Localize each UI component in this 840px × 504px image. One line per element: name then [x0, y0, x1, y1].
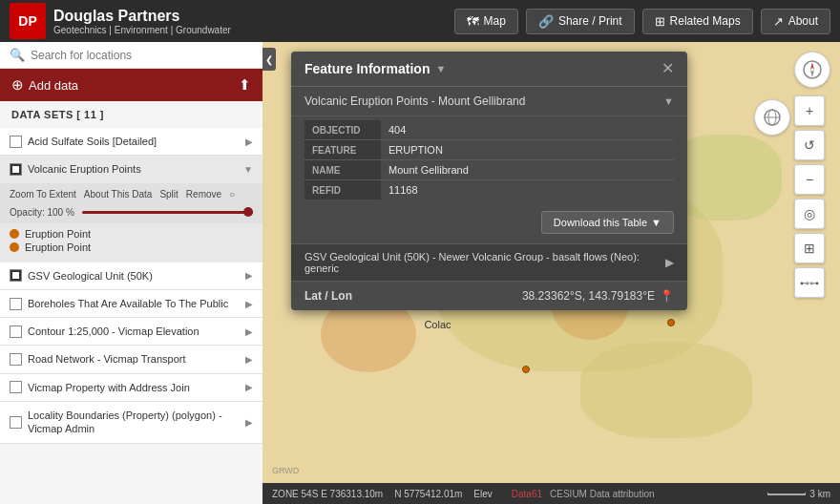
compass-button[interactable] — [794, 52, 830, 88]
sidebar: 🔍 ❮ ⊕ Add data ⬆ DATA SETS [ 11 ] Acid S… — [0, 42, 262, 504]
layer-item-gsv[interactable]: GSV Geological Unit (50K) ▶ — [0, 262, 262, 290]
search-input[interactable] — [31, 49, 253, 62]
layer-name-boreholes: Boreholes That Are Available To The Publ… — [28, 297, 240, 310]
layer-item-acid[interactable]: Acid Sulfate Soils [Detailed] ▶ — [0, 128, 262, 156]
search-bar: 🔍 — [0, 42, 262, 69]
layers-button[interactable]: ⊞ — [794, 233, 825, 263]
layer-item-volcanic[interactable]: Volcanic Eruption Points ▼ — [0, 156, 262, 183]
layer-expand-locality[interactable]: ▶ — [245, 417, 253, 428]
eruption-dot-7 — [667, 319, 675, 326]
company-subtitle: Geotechnics | Environment | Groundwater — [53, 25, 231, 35]
feature-title-arrow[interactable]: ▼ — [435, 63, 446, 74]
zoom-out-button[interactable]: − — [794, 164, 825, 195]
layer-checkbox-locality[interactable] — [10, 416, 22, 429]
layer-expand-volcanic[interactable]: ▼ — [243, 164, 253, 175]
zoom-reset-button[interactable]: ↺ — [794, 130, 825, 160]
download-table-button[interactable]: Download this Table ▼ — [541, 211, 674, 234]
table-row: NAME Mount Gellibrand — [304, 160, 674, 180]
map-icon: 🗺 — [467, 14, 479, 29]
layer-expand-gsv[interactable]: ▶ — [245, 270, 253, 281]
upload-icon[interactable]: ⬆ — [239, 76, 251, 94]
locate-button[interactable]: ◎ — [794, 199, 825, 229]
feature-panel-title: Feature Information — [304, 61, 430, 76]
field-val-2: Mount Gellibrand — [381, 160, 674, 180]
remove-btn[interactable]: Remove — [186, 189, 221, 200]
layer-name-gsv: GSV Geological Unit (50K) — [28, 269, 240, 283]
related-maps-button[interactable]: ⊞ Related Maps — [642, 9, 753, 34]
split-btn[interactable]: Split — [159, 189, 178, 200]
layer-list: Acid Sulfate Soils [Detailed] ▶ Volcanic… — [0, 128, 262, 504]
field-val-3: 11168 — [381, 180, 674, 200]
zoom-in-button[interactable]: + — [794, 95, 825, 126]
feature-latlon-row: Lat / Lon 38.23362°S, 143.79183°E 📍 — [291, 282, 687, 310]
legend-dot-1 — [10, 242, 19, 252]
share-print-button[interactable]: 🔗 Share / Print — [526, 9, 635, 34]
scale-label: 3 km — [809, 489, 830, 499]
layer-name-road: Road Network - Vicmap Transport — [28, 352, 240, 366]
zoom-extent-btn[interactable]: Zoom To Extent — [10, 189, 76, 200]
map-button-label: Map — [484, 14, 506, 28]
legend-item-1: Eruption Point — [10, 242, 253, 253]
feature-layer-name: Volcanic Eruption Points - Mount Gellibr… — [304, 94, 525, 108]
field-name-0: OBJECTID — [304, 120, 381, 140]
layer-item-vicmap[interactable]: Vicmap Property with Address Join ▶ — [0, 374, 262, 402]
feature-info-panel: Feature Information ▼ ✕ Volcanic Eruptio… — [291, 52, 687, 310]
layer-name-vicmap: Vicmap Property with Address Join — [28, 381, 240, 394]
layer-checkbox-volcanic[interactable] — [10, 163, 22, 176]
map-button[interactable]: 🗺 Map — [454, 9, 518, 34]
svg-marker-1 — [810, 62, 814, 70]
field-val-1: ERUPTION — [381, 140, 674, 160]
company-name: Douglas Partners — [53, 8, 231, 25]
feature-close-button[interactable]: ✕ — [662, 61, 674, 76]
feature-title-area: Feature Information ▼ — [304, 61, 446, 76]
logo-text: Douglas Partners Geotechnics | Environme… — [53, 8, 231, 35]
opacity-slider[interactable] — [82, 211, 253, 214]
feature-layer-expand[interactable]: ▼ — [663, 95, 674, 107]
search-icon: 🔍 — [10, 48, 25, 62]
legend-item-0: Eruption Point — [10, 228, 253, 240]
feature-gsv-text: GSV Geological Unit (50K) - Newer Volcan… — [304, 251, 665, 274]
feature-table-wrap: OBJECTID 404 FEATURE ERUPTION NAME Mount… — [291, 116, 687, 207]
measure-button[interactable]: ⊷⊶ — [794, 267, 825, 298]
map-controls: + ↺ − ◎ ⊞ ⊷⊶ — [794, 52, 830, 298]
layer-item-locality[interactable]: Locality Boundaries (Property) (polygon)… — [0, 402, 262, 444]
sidebar-collapse-btn[interactable]: ❮ — [262, 48, 276, 71]
related-button-label: Related Maps — [670, 14, 741, 28]
location-pin-icon[interactable]: 📍 — [660, 289, 674, 303]
main-area: 🔍 ❮ ⊕ Add data ⬆ DATA SETS [ 11 ] Acid S… — [0, 42, 840, 504]
feature-header: Feature Information ▼ ✕ — [291, 52, 687, 87]
eruption-dot-9 — [522, 366, 530, 373]
zone-text: ZONE 54S E 736313.10m — [272, 489, 383, 499]
layer-expand-vicmap[interactable]: ▶ — [245, 382, 253, 392]
feature-download-row: Download this Table ▼ — [291, 207, 687, 243]
about-button-label: About — [788, 14, 818, 28]
add-data-button[interactable]: ⊕ Add data — [11, 76, 78, 94]
layer-expand-boreholes[interactable]: ▶ — [245, 299, 253, 309]
layer-checkbox-boreholes[interactable] — [10, 298, 22, 310]
feature-gsv-row[interactable]: GSV Geological Unit (50K) - Newer Volcan… — [291, 243, 687, 282]
download-arrow-icon: ▼ — [651, 217, 662, 228]
data-credit: Data61 — [512, 489, 542, 499]
terrain-patch-6 — [580, 343, 752, 438]
layer-expand-acid[interactable]: ▶ — [245, 136, 253, 147]
legend-label-1: Eruption Point — [25, 242, 91, 253]
about-button[interactable]: ↗ About — [761, 9, 830, 34]
layer-name-acid: Acid Sulfate Soils [Detailed] — [28, 135, 240, 148]
about-icon: ↗ — [773, 14, 784, 29]
layer-item-road[interactable]: Road Network - Vicmap Transport ▶ — [0, 346, 262, 373]
layer-name-locality: Locality Boundaries (Property) (polygon)… — [28, 409, 240, 436]
layer-name-volcanic: Volcanic Eruption Points — [28, 162, 238, 176]
related-icon: ⊞ — [655, 14, 665, 29]
layer-checkbox-acid[interactable] — [10, 136, 22, 148]
layer-checkbox-vicmap[interactable] — [10, 381, 22, 393]
layer-expand-contour[interactable]: ▶ — [245, 326, 253, 337]
map-area[interactable]: Lake Colac Colac GRWD — [262, 42, 840, 504]
layer-checkbox-gsv[interactable] — [10, 269, 22, 282]
layer-item-boreholes[interactable]: Boreholes That Are Available To The Publ… — [0, 290, 262, 318]
layer-checkbox-road[interactable] — [10, 353, 22, 366]
layer-item-contour[interactable]: Contour 1:25,000 - Vicmap Elevation ▶ — [0, 318, 262, 346]
globe-button[interactable] — [754, 99, 790, 136]
layer-checkbox-contour[interactable] — [10, 326, 22, 338]
about-data-btn[interactable]: About This Data — [84, 189, 153, 200]
layer-expand-road[interactable]: ▶ — [245, 354, 253, 365]
